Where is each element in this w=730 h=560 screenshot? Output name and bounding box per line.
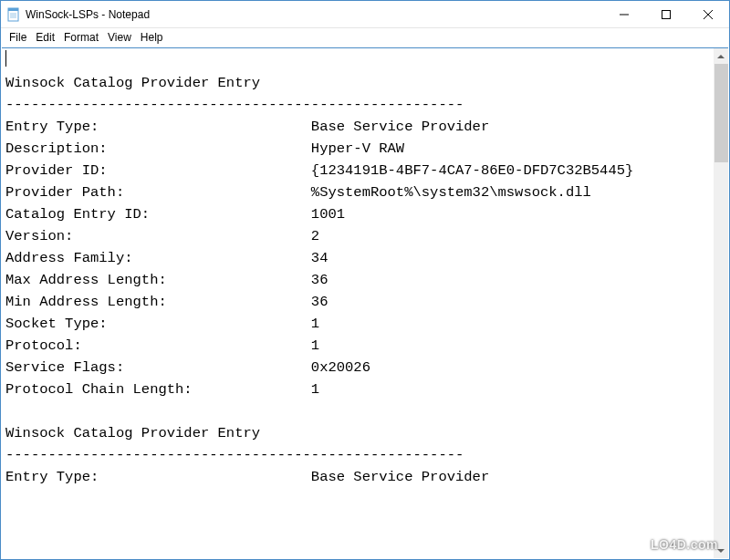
editor-wrapper: Winsock Catalog Provider Entry ---------… bbox=[2, 47, 728, 558]
window-title: WinSock-LSPs - Notepad bbox=[26, 8, 603, 21]
scroll-down-arrow[interactable] bbox=[714, 543, 728, 558]
scroll-up-arrow[interactable] bbox=[714, 48, 728, 64]
menu-format[interactable]: Format bbox=[59, 30, 103, 45]
maximize-button[interactable] bbox=[645, 1, 687, 27]
window-controls bbox=[603, 1, 729, 27]
menubar: File Edit Format View Help bbox=[1, 28, 729, 47]
notepad-icon bbox=[6, 7, 21, 22]
text-caret bbox=[5, 50, 6, 67]
svg-marker-9 bbox=[717, 55, 725, 58]
close-button[interactable] bbox=[687, 1, 729, 27]
titlebar[interactable]: WinSock-LSPs - Notepad bbox=[1, 1, 729, 28]
menu-edit[interactable]: Edit bbox=[31, 30, 59, 45]
menu-file[interactable]: File bbox=[5, 30, 31, 45]
svg-marker-10 bbox=[717, 549, 725, 553]
menu-help[interactable]: Help bbox=[136, 30, 168, 45]
svg-rect-6 bbox=[662, 10, 671, 18]
svg-rect-1 bbox=[8, 8, 18, 11]
scroll-thumb[interactable] bbox=[714, 64, 728, 162]
minimize-button[interactable] bbox=[603, 1, 645, 27]
vertical-scrollbar[interactable] bbox=[713, 48, 728, 558]
text-editor[interactable]: Winsock Catalog Provider Entry ---------… bbox=[2, 48, 728, 558]
menu-view[interactable]: View bbox=[103, 30, 136, 45]
